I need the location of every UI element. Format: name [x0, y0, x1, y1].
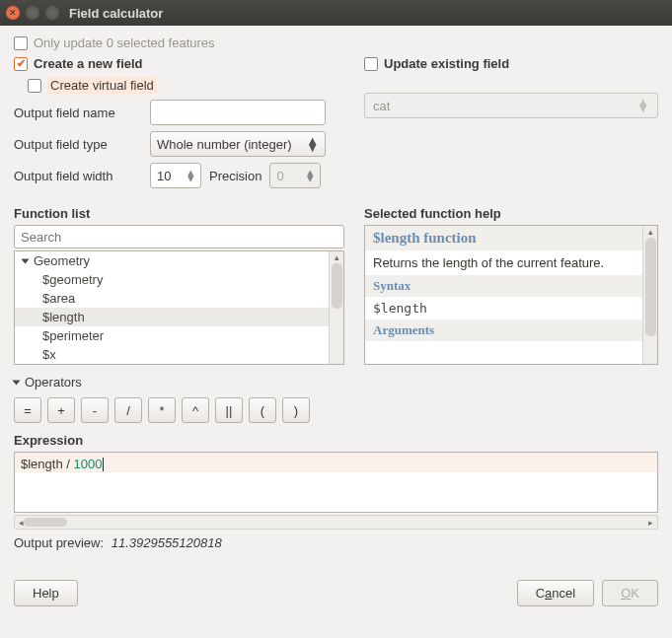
function-tree[interactable]: Geometry $geometry $area $length $perime… [14, 250, 344, 365]
create-virtual-field-checkbox[interactable] [28, 79, 41, 93]
create-new-field-label: Create a new field [34, 56, 143, 71]
cancel-button[interactable]: Cancel [517, 580, 594, 606]
window-title: Field calculator [69, 6, 163, 21]
output-type-value: Whole number (integer) [157, 137, 292, 152]
help-arguments-heading: Arguments [365, 319, 657, 341]
scroll-thumb[interactable] [24, 518, 67, 527]
stepper-arrows-icon: ▴▾ [187, 170, 194, 181]
tree-item-selected[interactable]: $length [15, 308, 343, 326]
window-controls: ✕ [6, 6, 59, 20]
close-icon[interactable]: ✕ [6, 6, 20, 20]
help-title: $length function [365, 226, 657, 250]
help-button[interactable]: Help [14, 580, 78, 606]
output-width-label: Output field width [14, 169, 142, 183]
minimize-icon[interactable] [26, 6, 39, 20]
output-name-field[interactable] [150, 100, 326, 125]
output-type-select[interactable]: Whole number (integer) ▲▼ [150, 131, 326, 157]
tree-group[interactable]: Geometry [15, 251, 343, 270]
precision-stepper: 0 ▴▾ [269, 163, 321, 188]
tree-item[interactable]: $geometry [15, 270, 343, 289]
help-syntax: $length [365, 297, 657, 319]
only-update-checkbox [14, 36, 28, 50]
op-multiply-button[interactable]: * [148, 397, 176, 423]
output-width-stepper[interactable]: 10 ▴▾ [150, 163, 201, 188]
update-existing-field-label: Update existing field [384, 56, 509, 71]
help-panel: $length function Returns the length of t… [364, 225, 658, 365]
create-new-field-checkbox[interactable] [14, 57, 28, 71]
titlebar: ✕ Field calculator [0, 0, 672, 26]
chevron-updown-icon: ▲▼ [636, 100, 649, 111]
preview-value: 11.3929555120818 [112, 535, 222, 550]
precision-label: Precision [209, 169, 261, 183]
op-power-button[interactable]: ^ [182, 397, 209, 423]
op-lparen-button[interactable]: ( [249, 397, 276, 423]
scrollbar[interactable]: ▴ [642, 226, 657, 364]
create-virtual-field-label: Create virtual field [47, 77, 157, 94]
output-name-label: Output field name [14, 106, 142, 120]
operators-heading: Operators [25, 375, 82, 390]
op-equals-button[interactable]: = [14, 397, 41, 423]
only-update-label: Only update 0 selected features [34, 35, 215, 50]
ok-button: OK [602, 580, 658, 606]
scroll-thumb[interactable] [645, 238, 656, 336]
text-caret [103, 458, 104, 471]
op-concat-button[interactable]: || [215, 397, 243, 423]
tree-item[interactable]: $area [15, 289, 343, 308]
stepper-arrows-icon: ▴▾ [307, 170, 314, 181]
scroll-thumb[interactable] [332, 263, 342, 309]
preview-label: Output preview: [14, 535, 104, 550]
existing-field-value: cat [373, 99, 390, 113]
chevron-down-icon [22, 258, 30, 263]
existing-field-select: cat ▲▼ [364, 93, 658, 118]
operators-row: = + - / * ^ || ( ) [14, 397, 658, 423]
tree-item[interactable]: $perimeter [15, 326, 343, 345]
function-list-heading: Function list [14, 206, 344, 221]
scrollbar-horizontal[interactable]: ◂▸ [14, 515, 658, 530]
output-type-label: Output field type [14, 137, 142, 152]
chevron-updown-icon: ▲▼ [306, 137, 319, 151]
expression-editor[interactable]: $length / 1000 [14, 452, 658, 513]
function-help-heading: Selected function help [364, 206, 658, 221]
update-existing-field-checkbox[interactable] [364, 57, 378, 71]
precision-value: 0 [276, 169, 283, 183]
maximize-icon[interactable] [45, 6, 59, 20]
help-syntax-heading: Syntax [365, 275, 657, 297]
op-plus-button[interactable]: + [47, 397, 75, 423]
chevron-down-icon[interactable] [13, 380, 21, 385]
help-description: Returns the length of the current featur… [365, 250, 657, 275]
output-width-value: 10 [157, 169, 171, 183]
op-minus-button[interactable]: - [81, 397, 109, 423]
tree-item[interactable]: $x [15, 345, 343, 364]
expression-heading: Expression [14, 433, 658, 448]
op-rparen-button[interactable]: ) [282, 397, 310, 423]
search-input[interactable] [14, 225, 344, 248]
scrollbar[interactable]: ▴ [329, 251, 343, 364]
op-divide-button[interactable]: / [114, 397, 142, 423]
